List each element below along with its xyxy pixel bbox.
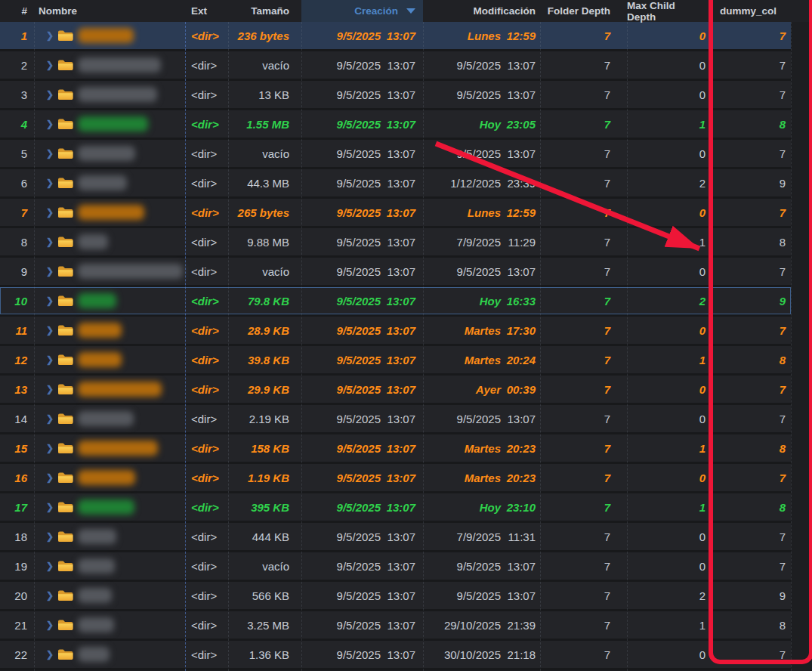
dummy-col-cell: 7 (714, 376, 791, 403)
table-row[interactable]: 7 ❯ <dir> 265 bytes 9/5/202513:07 Lunes1… (0, 199, 791, 228)
table-row[interactable]: 14 ❯ <dir> 2.19 KB 9/5/202513:07 9/5/202… (0, 405, 791, 434)
expand-chevron-icon[interactable]: ❯ (46, 267, 54, 276)
table-row[interactable]: 11 ❯ <dir> 28.9 KB 9/5/202513:07 Martes1… (0, 317, 791, 346)
table-row[interactable]: 1 ❯ <dir> 236 bytes 9/5/202513:07 Lunes1… (0, 22, 791, 51)
table-row[interactable]: 3 ❯ <dir> 13 KB 9/5/202513:07 9/5/202513… (0, 81, 791, 110)
expand-chevron-icon[interactable]: ❯ (46, 444, 54, 453)
folder-icon (57, 354, 73, 366)
expand-chevron-icon[interactable]: ❯ (46, 561, 54, 571)
header-ext[interactable]: Ext (185, 0, 228, 22)
table-row[interactable]: 20 ❯ <dir> 566 KB 9/5/202513:07 9/5/2025… (0, 582, 791, 611)
table-row[interactable]: 13 ❯ <dir> 29.9 KB 9/5/202513:07 Ayer00:… (0, 376, 791, 405)
ext-cell: <dir> (185, 493, 228, 521)
dummy-col-cell: 8 (714, 434, 791, 462)
created-time: 13:07 (381, 59, 415, 72)
header-num[interactable]: # (0, 0, 34, 22)
folder-depth-cell: 7 (540, 611, 627, 639)
expand-chevron-icon[interactable]: ❯ (46, 119, 54, 128)
expand-chevron-icon[interactable]: ❯ (46, 473, 54, 482)
expand-chevron-icon[interactable]: ❯ (46, 414, 54, 423)
expand-chevron-icon[interactable]: ❯ (46, 502, 54, 512)
header-tamano[interactable]: Tamaño (228, 0, 301, 22)
table-row[interactable]: 22 ❯ <dir> 1.36 KB 9/5/202513:07 30/10/2… (0, 641, 791, 670)
header-modificacion[interactable]: Modificación (423, 0, 540, 22)
modified-cell: 9/5/202513:07 (423, 140, 540, 167)
created-cell: 9/5/202513:07 (301, 346, 423, 373)
expand-chevron-icon[interactable]: ❯ (46, 326, 54, 335)
expand-chevron-icon[interactable]: ❯ (46, 178, 54, 187)
table-row[interactable]: 19 ❯ <dir> vacío 9/5/202513:07 9/5/20251… (0, 552, 791, 582)
modified-time: 20:24 (501, 354, 536, 366)
modified-time: 00:39 (501, 383, 536, 396)
created-time: 13:07 (381, 530, 415, 543)
header-creacion[interactable]: Creación (301, 0, 423, 22)
modified-cell: Hoy23:05 (423, 110, 540, 138)
max-child-depth-cell: 1 (627, 110, 714, 138)
expand-chevron-icon[interactable]: ❯ (46, 355, 54, 364)
header-folder-depth[interactable]: Folder Depth (540, 0, 627, 22)
created-time: 13:07 (381, 383, 415, 396)
size-cell: vacío (228, 258, 301, 285)
size-cell: 1.55 MB (228, 110, 301, 138)
size-cell: 444 KB (228, 523, 301, 550)
max-child-depth-cell: 0 (627, 405, 714, 432)
header-dummy-col[interactable]: dummy_col (714, 0, 791, 22)
table-row[interactable]: 15 ❯ <dir> 158 KB 9/5/202513:07 Martes20… (0, 434, 791, 464)
name-cell: ❯ (34, 140, 185, 167)
table-row[interactable]: 18 ❯ <dir> 444 KB 9/5/202513:07 7/9/2025… (0, 523, 791, 552)
folder-icon (57, 206, 73, 218)
dummy-col-cell: 8 (714, 228, 791, 255)
expand-chevron-icon[interactable]: ❯ (46, 532, 54, 541)
max-child-depth-cell: 0 (627, 376, 714, 403)
modified-date: Hoy (480, 118, 501, 131)
expand-chevron-icon[interactable]: ❯ (46, 237, 54, 246)
table-row[interactable]: 2 ❯ <dir> vacío 9/5/202513:07 9/5/202513… (0, 51, 791, 81)
size-cell: 39.8 KB (228, 346, 301, 373)
max-child-depth-cell: 2 (627, 169, 714, 196)
max-child-depth-cell: 0 (627, 199, 714, 226)
expand-chevron-icon[interactable]: ❯ (46, 60, 54, 70)
modified-date: 9/5/2025 (457, 147, 501, 160)
expand-chevron-icon[interactable]: ❯ (46, 90, 54, 99)
modified-cell: Martes20:23 (423, 464, 540, 491)
row-number: 13 (0, 376, 34, 403)
table-row[interactable]: 16 ❯ <dir> 1.19 KB 9/5/202513:07 Martes2… (0, 464, 791, 493)
expand-chevron-icon[interactable]: ❯ (46, 650, 54, 659)
table-row[interactable]: 6 ❯ <dir> 44.3 MB 9/5/202513:07 1/12/202… (0, 169, 791, 199)
expand-chevron-icon[interactable]: ❯ (46, 296, 54, 305)
table-row[interactable]: 17 ❯ <dir> 395 KB 9/5/202513:07 Hoy23:10… (0, 493, 791, 523)
expand-chevron-icon[interactable]: ❯ (46, 591, 54, 600)
row-number: 9 (0, 258, 34, 285)
folder-icon (57, 472, 73, 484)
modified-date: 1/12/2025 (450, 177, 501, 190)
expand-chevron-icon[interactable]: ❯ (46, 149, 54, 158)
modified-time: 11:29 (501, 236, 536, 249)
expand-chevron-icon[interactable]: ❯ (46, 31, 54, 40)
table-row[interactable]: 9 ❯ <dir> vacío 9/5/202513:07 9/5/202513… (0, 258, 791, 287)
modified-date: Martes (465, 354, 501, 366)
table-row[interactable]: 21 ❯ <dir> 3.25 MB 9/5/202513:07 29/10/2… (0, 611, 791, 641)
expand-chevron-icon[interactable]: ❯ (46, 385, 54, 394)
table-row[interactable]: 5 ❯ <dir> vacío 9/5/202513:07 9/5/202513… (0, 140, 791, 169)
table-row[interactable]: 8 ❯ <dir> 9.88 MB 9/5/202513:07 7/9/2025… (0, 228, 791, 258)
row-number: 22 (0, 641, 34, 668)
modified-time: 13:07 (501, 413, 536, 425)
table-row[interactable]: 10 ❯ <dir> 79.8 KB 9/5/202513:07 Hoy16:3… (0, 287, 791, 317)
created-date: 9/5/2025 (337, 295, 381, 308)
header-max-child-depth[interactable]: Max Child Depth (627, 0, 714, 22)
modified-cell: 30/10/202521:18 (423, 641, 540, 668)
modified-time: 13:07 (501, 589, 536, 602)
header-nombre[interactable]: Nombre (34, 0, 185, 22)
name-cell: ❯ (34, 81, 185, 108)
table-row[interactable]: 4 ❯ <dir> 1.55 MB 9/5/202513:07 Hoy23:05… (0, 110, 791, 140)
dummy-col-cell: 7 (714, 523, 791, 550)
created-time: 13:07 (381, 589, 415, 602)
size-cell: 1.19 KB (228, 464, 301, 491)
created-cell: 9/5/202513:07 (301, 199, 423, 226)
modified-cell: 9/5/202513:07 (423, 81, 540, 108)
table-row[interactable]: 12 ❯ <dir> 39.8 KB 9/5/202513:07 Martes2… (0, 346, 791, 376)
created-cell: 9/5/202513:07 (301, 552, 423, 580)
dummy-col-cell: 7 (714, 641, 791, 668)
expand-chevron-icon[interactable]: ❯ (46, 208, 54, 217)
expand-chevron-icon[interactable]: ❯ (46, 620, 54, 629)
